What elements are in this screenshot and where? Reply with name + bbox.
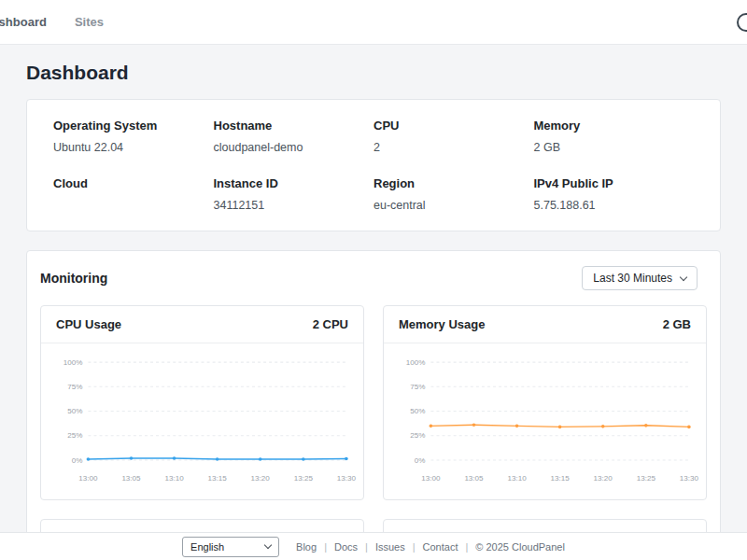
info-field-hostname: Hostname cloudpanel-demo [214, 119, 374, 154]
chart-card-header: CPU Usage 2 CPU [41, 306, 363, 343]
info-label: IPv4 Public IP [534, 176, 695, 190]
separator: | [324, 541, 327, 553]
svg-text:13:20: 13:20 [251, 474, 271, 483]
charts-grid: CPU Usage 2 CPU 100%75%50%25%0%13:0013:0… [27, 305, 720, 560]
memory-usage-chart: 100%75%50%25%0%13:0013:0513:1013:1513:20… [384, 343, 706, 499]
time-range-dropdown[interactable]: Last 30 Minutes [582, 266, 698, 290]
info-label: Instance ID [214, 176, 374, 190]
info-value: cloudpanel-demo [214, 141, 374, 154]
info-field-memory: Memory 2 GB [534, 119, 695, 154]
svg-text:0%: 0% [415, 456, 426, 465]
server-info-card: Operating System Ubuntu 22.04 Hostname c… [26, 99, 721, 231]
monitoring-header: Monitoring Last 30 Minutes [27, 251, 720, 305]
info-value: 5.75.188.61 [534, 199, 695, 212]
cloudpanel-logo-icon[interactable] [737, 13, 747, 32]
chart-total: 2 GB [663, 317, 691, 331]
info-field-ipv4: IPv4 Public IP 5.75.188.61 [534, 176, 695, 212]
top-navbar: Dashboard Sites [0, 0, 747, 45]
svg-text:13:30: 13:30 [337, 474, 357, 483]
footer-link-contact[interactable]: Contact [423, 541, 458, 553]
svg-text:13:10: 13:10 [507, 474, 527, 483]
info-value: Ubuntu 22.04 [53, 141, 214, 154]
memory-usage-chart-card: Memory Usage 2 GB 100%75%50%25%0%13:0013… [383, 305, 707, 500]
svg-text:13:10: 13:10 [164, 474, 184, 483]
info-value: 34112151 [214, 199, 374, 212]
chart-total: 2 CPU [313, 317, 348, 331]
info-field-cloud: Cloud [53, 176, 214, 212]
info-field-cpu: CPU 2 [374, 119, 534, 154]
info-field-instance-id: Instance ID 34112151 [214, 176, 374, 212]
chart-title: CPU Usage [56, 317, 121, 331]
separator: | [413, 541, 416, 553]
svg-text:13:30: 13:30 [680, 474, 699, 483]
separator: | [365, 541, 368, 553]
info-field-operating-system: Operating System Ubuntu 22.04 [53, 119, 214, 154]
chevron-down-icon [680, 273, 687, 280]
info-value: eu-central [374, 199, 534, 212]
svg-text:50%: 50% [67, 407, 82, 415]
chart-card-header: Memory Usage 2 GB [384, 306, 706, 343]
info-label: Operating System [53, 119, 214, 133]
svg-text:13:00: 13:00 [78, 474, 98, 483]
cpu-usage-chart-card: CPU Usage 2 CPU 100%75%50%25%0%13:0013:0… [40, 305, 364, 500]
svg-text:100%: 100% [406, 358, 426, 367]
copyright-text: © 2025 CloudPanel [475, 541, 565, 553]
nav-item-dashboard[interactable]: Dashboard [0, 15, 47, 29]
svg-text:13:25: 13:25 [637, 474, 656, 483]
svg-text:0%: 0% [72, 456, 83, 465]
svg-text:25%: 25% [67, 431, 82, 440]
language-select-value: English [190, 541, 224, 553]
monitoring-title: Monitoring [40, 271, 107, 286]
svg-text:13:05: 13:05 [121, 474, 141, 483]
svg-text:75%: 75% [67, 383, 82, 391]
footer-link-issues[interactable]: Issues [375, 541, 405, 553]
chart-title: Memory Usage [399, 317, 485, 331]
info-value: 2 [374, 141, 534, 154]
info-label: CPU [374, 119, 534, 133]
svg-text:13:05: 13:05 [464, 474, 484, 483]
info-label: Memory [534, 119, 695, 133]
info-label: Region [374, 176, 534, 190]
footer-link-docs[interactable]: Docs [334, 541, 358, 553]
footer-links: Blog | Docs | Issues | Contact | © 2025 … [296, 541, 565, 553]
svg-text:13:00: 13:00 [421, 474, 441, 483]
monitoring-card: Monitoring Last 30 Minutes CPU Usage 2 C… [26, 250, 721, 560]
svg-text:75%: 75% [410, 383, 425, 391]
chevron-down-icon [264, 541, 272, 549]
footer: English Blog | Docs | Issues | Contact |… [0, 532, 747, 560]
footer-link-blog[interactable]: Blog [296, 541, 317, 553]
nav-item-sites[interactable]: Sites [75, 15, 104, 29]
svg-text:100%: 100% [63, 358, 83, 367]
time-range-label: Last 30 Minutes [593, 272, 672, 285]
page-title: Dashboard [26, 62, 721, 84]
language-select[interactable]: English [182, 537, 279, 557]
info-field-region: Region eu-central [374, 176, 534, 212]
info-label: Hostname [214, 119, 374, 133]
separator: | [465, 541, 468, 553]
svg-text:13:20: 13:20 [594, 474, 613, 483]
info-value [53, 199, 214, 211]
svg-text:13:25: 13:25 [294, 474, 314, 483]
svg-text:25%: 25% [410, 431, 425, 440]
cpu-usage-chart: 100%75%50%25%0%13:0013:0513:1013:1513:20… [41, 343, 363, 499]
main-content: Dashboard Operating System Ubuntu 22.04 … [0, 45, 747, 560]
info-label: Cloud [53, 176, 214, 190]
info-value: 2 GB [534, 141, 695, 154]
svg-text:13:15: 13:15 [208, 474, 228, 483]
svg-text:13:15: 13:15 [551, 474, 571, 483]
svg-text:50%: 50% [410, 407, 425, 415]
